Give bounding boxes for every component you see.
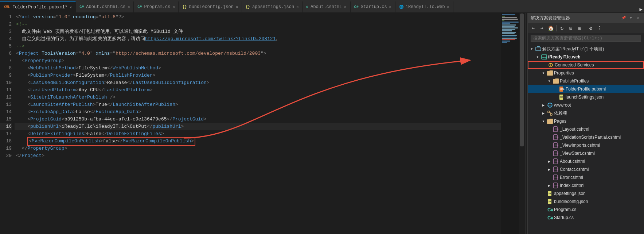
code-line-12: <SiteUrlToLaunchAfterPublish />	[15, 94, 501, 101]
filter-icon[interactable]: ⊟	[567, 24, 575, 32]
globe-icon	[547, 102, 553, 108]
close-icon[interactable]: ✕	[172, 5, 175, 9]
more-icon[interactable]: ⋮	[596, 24, 604, 32]
close-icon[interactable]: ✕	[635, 15, 641, 21]
minimap-line	[502, 33, 515, 34]
sidebar-item-solution[interactable]: 解决方案"iReadyIT.lc"(1 个项目)	[528, 45, 644, 53]
json-icon: {}	[246, 5, 250, 9]
tab-about-cshtml[interactable]: ⚙ About.cshtml ✕	[303, 1, 350, 12]
web-icon: 🌐	[399, 5, 403, 9]
arrow-publishprofiles	[547, 78, 552, 84]
code-line-11: <LastUsedPlatform>Any CPU</LastUsedPlatf…	[15, 87, 501, 94]
tab-ireadyit[interactable]: 🌐 iReadyIT.lc.web ✕	[395, 1, 453, 12]
svg-rect-14	[548, 111, 550, 113]
sidebar-item-launchsettings[interactable]: JSON launchSettings.json	[528, 93, 644, 101]
sidebar-item-folderprofile[interactable]: XML FolderProfile.pubxml	[528, 85, 644, 93]
minimap-line	[502, 23, 510, 24]
line-num-11: 11	[0, 87, 12, 94]
tab-startup[interactable]: C# Startup.cs ✕	[351, 1, 395, 12]
code-area[interactable]: <?xml version="1.0" encoding="utf-8"?> <…	[15, 13, 501, 234]
cshtml-contact-icon: HTML	[553, 166, 559, 172]
panel-divider[interactable]	[524, 13, 527, 234]
solution-explorer-title: 解决方案资源管理器	[531, 15, 570, 21]
sidebar-item-dependencies[interactable]: 依赖项	[528, 109, 644, 117]
sidebar-item-program[interactable]: C# Program.cs	[528, 206, 644, 214]
sidebar-item-about-cshtml[interactable]: HTML About.cshtml	[528, 157, 644, 165]
close-icon[interactable]: ✕	[389, 5, 391, 9]
pin-icon[interactable]: 📌	[621, 15, 627, 21]
line-num-2: 2	[0, 21, 12, 28]
tab-label: bundleconfig.json	[189, 4, 233, 9]
sidebar-item-bundleconfig[interactable]: JSON bundleconfig.json	[528, 197, 644, 206]
sidebar-item-contact-cshtml[interactable]: HTML Contact.cshtml	[528, 165, 644, 173]
connected-services-icon	[548, 62, 554, 68]
sidebar-item-startup[interactable]: C# Startup.cs	[528, 214, 644, 222]
sidebar-item-validationscripts[interactable]: HTML _ValidationScriptsPartial.cshtml	[528, 133, 644, 141]
settings-icon[interactable]: ⚙	[587, 24, 595, 32]
scrollbar-thumb[interactable]	[520, 14, 524, 146]
line-num-5: 5	[0, 43, 12, 50]
svg-text:HTML: HTML	[554, 136, 559, 138]
tab-appsettings[interactable]: {} appsettings.json ✕	[242, 1, 303, 12]
arrow-about-cshtml	[547, 159, 552, 164]
sidebar-item-project[interactable]: web iReadyIT.lc.web	[528, 53, 644, 61]
tab-folderprofile[interactable]: XML FolderProfile.pubxml* ✕	[0, 1, 76, 12]
cs-program-icon: C#	[547, 207, 553, 212]
code-line-6: <Project ToolsVersion="4.0" xmlns="http:…	[15, 50, 501, 57]
chevron-icon[interactable]: ▼	[628, 15, 634, 21]
cshtml-viewimports-icon: HTML	[553, 142, 559, 148]
cshtml-index-icon: HTML	[553, 183, 559, 188]
startup-label: Startup.cs	[554, 215, 574, 220]
code-line-10: <LastUsedBuildConfiguration>Release</Las…	[15, 79, 501, 87]
line-num-9: 9	[0, 72, 12, 79]
sidebar-item-appsettings[interactable]: JSON appsettings.json	[528, 189, 644, 197]
minimap-line	[502, 30, 512, 31]
line-num-4: 4	[0, 35, 12, 43]
svg-text:HTML: HTML	[554, 128, 559, 130]
bundleconfig-label: bundleconfig.json	[554, 199, 588, 204]
index-cshtml-label: Index.cshtml	[560, 183, 584, 188]
svg-rect-1	[537, 46, 540, 47]
minimap-line	[502, 41, 510, 42]
minimap-line	[502, 38, 517, 39]
code-line-17: <DeleteExistingFiles>False</DeleteExisti…	[15, 130, 501, 138]
sidebar-item-layout[interactable]: HTML _Layout.cshtml	[528, 125, 644, 133]
tab-scroll-right[interactable]: ▶	[640, 6, 643, 12]
sidebar-item-viewstart[interactable]: HTML _ViewStart.cshtml	[528, 149, 644, 157]
sidebar-item-pages[interactable]: Pages	[528, 117, 644, 125]
tab-program[interactable]: C# Program.cs ✕	[134, 1, 179, 12]
cshtml-error-icon: HTML	[553, 174, 559, 180]
sidebar-item-error-cshtml[interactable]: HTML Error.cshtml	[528, 173, 644, 181]
collapse-icon[interactable]: ⊞	[575, 24, 583, 32]
tab-bundleconfig[interactable]: {} bundleconfig.json ✕	[179, 1, 242, 12]
line-num-8: 8	[0, 65, 12, 72]
tab-label: About.cshtml.cs	[86, 4, 125, 9]
sync-icon[interactable]: ↻	[558, 24, 566, 32]
tab-label: Startup.cs	[361, 4, 387, 9]
close-icon[interactable]: ✕	[70, 5, 72, 9]
sidebar-item-viewimports[interactable]: HTML _ViewImports.cshtml	[528, 141, 644, 149]
properties-icon[interactable]: 🏠	[547, 24, 555, 32]
sidebar-item-connected-services[interactable]: Connected Services	[528, 61, 644, 69]
properties-label: Properties	[554, 70, 574, 76]
tab-about-cs[interactable]: C# About.cshtml.cs ✕	[76, 1, 134, 12]
se-search-input[interactable]	[531, 35, 641, 42]
forward-icon[interactable]: ➡	[538, 24, 546, 32]
sidebar-item-publishprofiles[interactable]: PublishProfiles	[528, 77, 644, 85]
close-icon[interactable]: ✕	[296, 5, 298, 9]
wwwroot-label: wwwroot	[554, 103, 571, 108]
editor-scrollbar[interactable]	[519, 13, 524, 234]
pages-label: Pages	[554, 119, 566, 124]
back-icon[interactable]: ⬅	[529, 24, 537, 32]
sidebar-item-wwwroot[interactable]: wwwroot	[528, 101, 644, 109]
close-icon[interactable]: ✕	[236, 5, 238, 9]
close-icon[interactable]: ✕	[447, 5, 449, 9]
se-tree: 解决方案"iReadyIT.lc"(1 个项目) web iReadyIT.lc…	[528, 43, 644, 234]
cs-icon: C#	[354, 5, 359, 9]
contact-label: Contact.cshtml	[560, 167, 589, 172]
sidebar-item-index-cshtml[interactable]: HTML Index.cshtml	[528, 181, 644, 189]
line-num-7: 7	[0, 57, 12, 65]
close-icon[interactable]: ✕	[344, 5, 347, 9]
close-icon[interactable]: ✕	[128, 5, 130, 9]
sidebar-item-properties[interactable]: Properties	[528, 69, 644, 77]
